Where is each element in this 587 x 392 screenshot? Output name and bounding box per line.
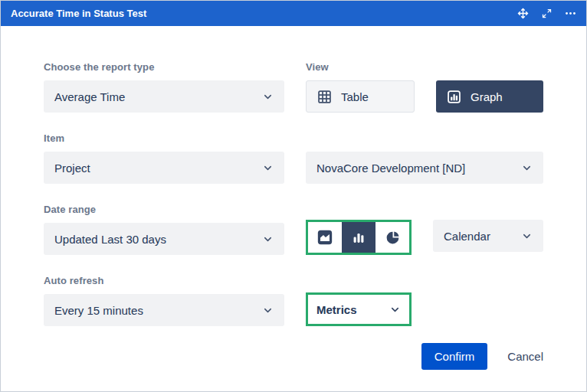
- calendar-value: Calendar: [444, 230, 490, 243]
- chevron-down-icon: [521, 230, 533, 242]
- chevron-down-icon: [389, 304, 401, 315]
- row-report-type-view: Choose the report type Average Time View…: [44, 61, 543, 113]
- bar-chart-option[interactable]: [342, 222, 375, 253]
- dialog-footer: Confirm Cancel: [44, 343, 543, 370]
- item-label: Item: [44, 132, 284, 144]
- chevron-down-icon: [262, 234, 274, 245]
- view-graph-label: Graph: [471, 90, 503, 103]
- date-range-select[interactable]: Updated Last 30 days: [44, 223, 284, 255]
- field-auto-refresh: Auto refresh Every 15 minutes: [44, 275, 284, 326]
- row-date-range: Date range Updated Last 30 days: [44, 204, 543, 255]
- view-label: View: [306, 61, 543, 73]
- header-actions: [516, 7, 577, 20]
- table-grid-icon: [316, 89, 333, 105]
- view-toggle-group: Table Graph: [306, 80, 543, 113]
- metrics-select[interactable]: Metrics: [306, 292, 412, 326]
- more-ellipsis-icon[interactable]: [564, 7, 577, 20]
- pie-chart-option[interactable]: [375, 222, 409, 253]
- date-range-right: Calendar: [306, 220, 543, 255]
- field-view: View Table Graph: [306, 61, 543, 113]
- field-project: NovaCore Development [ND]: [306, 152, 543, 184]
- metrics-value: Metrics: [316, 303, 357, 316]
- view-table-label: Table: [341, 90, 369, 103]
- item-select[interactable]: Project: [44, 152, 284, 184]
- dialog-title: Accurate Time in Status Test: [11, 8, 146, 19]
- pie-chart-icon: [385, 230, 401, 246]
- auto-refresh-select[interactable]: Every 15 minutes: [44, 294, 284, 326]
- project-value: NovaCore Development [ND]: [316, 162, 465, 175]
- auto-refresh-value: Every 15 minutes: [54, 304, 143, 317]
- row-auto-refresh: Auto refresh Every 15 minutes Metrics: [44, 275, 543, 326]
- project-select[interactable]: NovaCore Development [ND]: [306, 152, 543, 184]
- chevron-down-icon: [262, 91, 274, 103]
- cancel-button[interactable]: Cancel: [507, 350, 543, 363]
- field-report-type: Choose the report type Average Time: [44, 61, 284, 113]
- chevron-down-icon: [262, 305, 274, 316]
- chevron-down-icon: [262, 162, 274, 174]
- confirm-button[interactable]: Confirm: [421, 343, 488, 370]
- bar-chart-icon: [446, 89, 462, 105]
- bar-chart-icon: [350, 229, 367, 246]
- chart-style-group: [306, 220, 412, 255]
- view-table-button[interactable]: Table: [306, 80, 415, 113]
- date-range-value: Updated Last 30 days: [54, 233, 166, 246]
- date-range-label: Date range: [44, 204, 284, 215]
- dialog-header: Accurate Time in Status Test: [1, 1, 586, 26]
- dialog-body: Choose the report type Average Time View…: [1, 61, 586, 370]
- chevron-down-icon: [521, 162, 533, 174]
- view-graph-button[interactable]: Graph: [436, 80, 543, 113]
- area-chart-icon: [316, 229, 333, 246]
- row-item-project: Item Project NovaCore Development [ND]: [44, 132, 543, 184]
- report-type-value: Average Time: [54, 90, 125, 103]
- calendar-select[interactable]: Calendar: [433, 220, 543, 252]
- field-item: Item Project: [44, 132, 284, 184]
- gadget-settings-dialog: Accurate Time in Status Test Choose the …: [0, 0, 587, 392]
- report-type-select[interactable]: Average Time: [44, 80, 284, 113]
- field-date-range: Date range Updated Last 30 days: [44, 204, 284, 255]
- field-metrics: Metrics: [306, 292, 543, 326]
- auto-refresh-label: Auto refresh: [44, 275, 284, 286]
- report-type-label: Choose the report type: [44, 61, 284, 73]
- move-icon[interactable]: [516, 7, 530, 20]
- item-value: Project: [54, 162, 90, 175]
- area-chart-option[interactable]: [308, 222, 342, 253]
- expand-diagonal-icon[interactable]: [541, 8, 553, 19]
